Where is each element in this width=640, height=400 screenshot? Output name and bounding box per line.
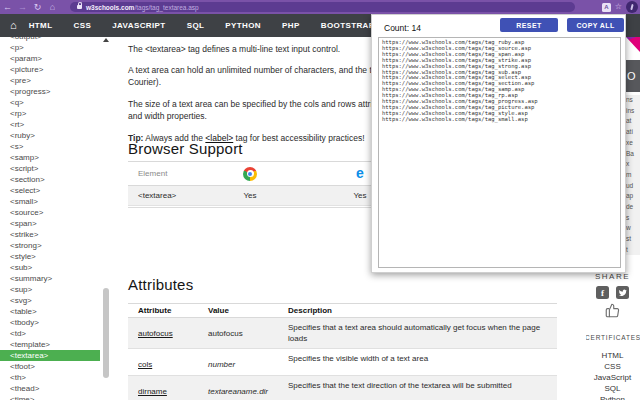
sidebar-item[interactable]: <script> <box>0 163 100 174</box>
copy-all-button[interactable]: COPY ALL <box>567 18 624 32</box>
sidebar-item[interactable]: <tbody> <box>0 317 100 328</box>
occluded-text-strip: nsinsatatixeBaxmudapdeswstt <box>626 95 640 255</box>
attribute-link[interactable]: autofocus <box>138 329 173 338</box>
nav-item[interactable]: HTML <box>29 14 53 37</box>
text-fragment: m <box>626 170 640 181</box>
facebook-icon[interactable]: f <box>596 286 609 299</box>
text-fragment: de <box>626 202 640 213</box>
text-fragment: ns <box>626 95 640 106</box>
attributes-table: Attribute Value Description autofocus au… <box>128 303 557 400</box>
sidebar-item[interactable]: <th> <box>0 372 100 383</box>
translate-icon[interactable]: A <box>602 3 611 12</box>
sidebar-item[interactable]: <sup> <box>0 284 100 295</box>
nav-item[interactable]: PYTHON <box>225 14 261 37</box>
nav-item[interactable]: PHP <box>282 14 300 37</box>
sidebar-item[interactable]: <strong> <box>0 240 100 251</box>
sidebar-item[interactable]: <td> <box>0 328 100 339</box>
support-value: Yes <box>195 191 305 200</box>
sidebar-item[interactable]: <tfoot> <box>0 361 100 372</box>
thumbs-up-icon[interactable] <box>585 303 640 318</box>
attributes-heading: Attributes <box>128 276 193 293</box>
chrome-icon <box>243 167 257 181</box>
certificate-link[interactable]: HTML <box>585 350 640 361</box>
sidebar-item[interactable]: <samp> <box>0 152 100 163</box>
reload-icon[interactable]: ↻ <box>30 0 45 14</box>
sidebar-item[interactable]: <sub> <box>0 262 100 273</box>
nav-item[interactable]: BOOTSTRAP <box>321 14 375 37</box>
twitter-bird-icon <box>618 288 627 297</box>
address-bar[interactable]: w3schools.com /tags/tag_textarea.asp <box>70 2 575 12</box>
table-row: autofocus autofocus Specifies that a tex… <box>128 318 557 349</box>
nav-item[interactable]: CSS <box>73 14 91 37</box>
sidebar-item[interactable]: <strike> <box>0 229 100 240</box>
back-icon[interactable]: ← <box>0 0 15 14</box>
tag-list: <output><p><param><picture><pre><progres… <box>0 37 100 400</box>
sidebar-item[interactable]: <svg> <box>0 295 100 306</box>
sidebar-item[interactable]: <span> <box>0 218 100 229</box>
extension-popup: Count: 14 RESET COPY ALL https://www.w3s… <box>371 14 626 273</box>
attributes-rows: autofocus autofocus Specifies that a tex… <box>128 318 557 400</box>
extension-icon[interactable] <box>626 1 638 13</box>
nav-item[interactable]: SQL <box>187 14 205 37</box>
share-heading: SHARE <box>585 272 640 281</box>
url-list-textarea[interactable]: https://www.w3schools.com/tags/tag_ruby.… <box>378 37 621 268</box>
text-fragment: ati <box>626 127 640 138</box>
attribute-col-header: Attribute <box>128 306 208 315</box>
attribute-value: number <box>208 360 235 369</box>
sidebar-item[interactable]: <select> <box>0 185 100 196</box>
sidebar-item[interactable]: <q> <box>0 97 100 108</box>
sidebar-item[interactable]: <s> <box>0 141 100 152</box>
nav-item[interactable]: JAVASCRIPT <box>112 14 166 37</box>
text-fragment: w <box>626 223 640 234</box>
sidebar-scrollbar-thumb[interactable] <box>103 288 109 378</box>
sidebar-item[interactable]: <small> <box>0 196 100 207</box>
p3-line2: and width properties. <box>128 111 207 121</box>
sidebar-item[interactable]: <summary> <box>0 273 100 284</box>
sidebar-item[interactable]: <p> <box>0 42 100 53</box>
attribute-link[interactable]: dirname <box>138 387 167 396</box>
attribute-value: autofocus <box>208 329 243 338</box>
description-col-header: Description <box>288 306 557 315</box>
scroll-up-arrow-icon[interactable] <box>103 38 109 42</box>
table-row: cols number Specifies the visible width … <box>128 349 557 376</box>
sidebar-item[interactable]: <rt> <box>0 119 100 130</box>
attribute-value: textareaname.dir <box>208 387 268 396</box>
home-icon[interactable]: ⌂ <box>45 0 60 14</box>
screen: ← → ↻ ⌂ w3schools.com /tags/tag_textarea… <box>0 0 640 400</box>
tag-sidebar: <output><p><param><picture><pre><progres… <box>0 37 110 400</box>
twitter-icon[interactable] <box>616 286 629 299</box>
reset-button[interactable]: RESET <box>500 18 558 32</box>
certificate-link[interactable]: JavaScript <box>585 372 640 383</box>
sidebar-item[interactable]: <ruby> <box>0 130 100 141</box>
sidebar-item[interactable]: <textarea> <box>0 350 100 361</box>
attribute-description: Specifies that a text area should automa… <box>288 322 551 344</box>
lock-icon <box>77 5 82 9</box>
sidebar-item[interactable]: <section> <box>0 174 100 185</box>
certificate-link[interactable]: SQL <box>585 383 640 394</box>
sidebar-item[interactable]: <rp> <box>0 108 100 119</box>
certificate-link[interactable]: Python <box>585 394 640 400</box>
url-line: https://www.w3schools.com/tags/tag_small… <box>382 117 617 123</box>
sidebar-item[interactable]: <style> <box>0 251 100 262</box>
sidebar-item[interactable]: <param> <box>0 53 100 64</box>
attributes-header-row: Attribute Value Description <box>128 303 557 318</box>
sidebar-item[interactable]: <time> <box>0 394 100 400</box>
text-fragment: at <box>626 116 640 127</box>
tip-text-post: tag for best accessibility practices! <box>233 133 364 143</box>
bookmark-star-icon[interactable]: ☆ <box>615 0 622 14</box>
sidebar-item[interactable]: <source> <box>0 207 100 218</box>
forward-icon[interactable]: → <box>15 0 30 14</box>
sidebar-item[interactable]: <picture> <box>0 64 100 75</box>
sidebar-item[interactable]: <table> <box>0 306 100 317</box>
text-fragment: st <box>626 234 640 245</box>
count-label: Count: 14 <box>384 23 421 33</box>
site-home-icon[interactable]: ⌂ <box>10 14 17 37</box>
url-domain: w3schools.com <box>86 4 134 11</box>
sidebar-item[interactable]: <pre> <box>0 75 100 86</box>
attribute-description: Specifies the visible width of a text ar… <box>288 353 551 364</box>
sidebar-item[interactable]: <thead> <box>0 383 100 394</box>
attribute-link[interactable]: cols <box>138 360 152 369</box>
sidebar-item[interactable]: <template> <box>0 339 100 350</box>
certificate-link[interactable]: CSS <box>585 361 640 372</box>
sidebar-item[interactable]: <progress> <box>0 86 100 97</box>
